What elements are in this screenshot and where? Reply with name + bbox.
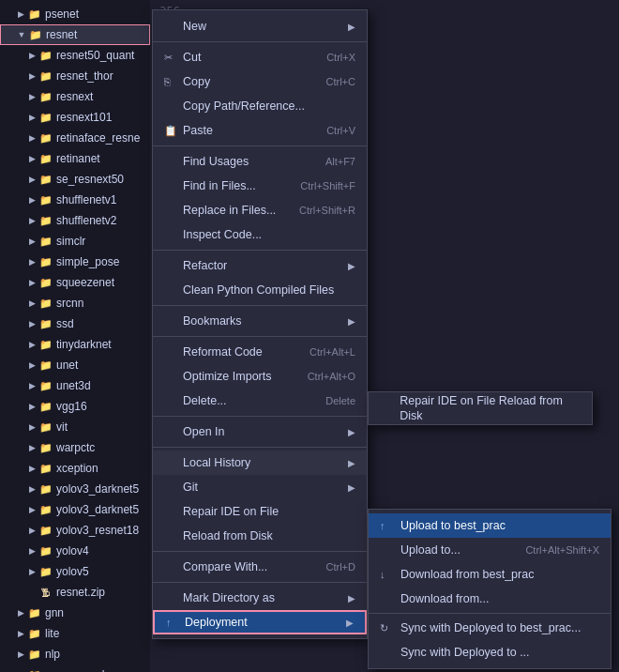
shortcut-label: Alt+F7 (325, 156, 355, 167)
menu-item-copy[interactable]: ⎘ Copy Ctrl+C (153, 69, 367, 94)
local-history-submenu: Repair IDE on File Reload from Disk (368, 391, 593, 425)
expand-arrow: ▶ (26, 194, 38, 206)
expand-arrow: ▶ (26, 153, 38, 164)
tree-item-yolo3dk5b[interactable]: ▶ 📁 yolov3_darknet5 (0, 499, 150, 520)
folder-icon: 📁 (39, 255, 53, 268)
expand-arrow: ▶ (26, 525, 38, 536)
tree-label: resnet (46, 28, 77, 41)
menu-label: Bookmarks (183, 314, 242, 328)
tree-item-recommend[interactable]: ▶ 📁 recommend (0, 664, 150, 672)
tree-item-ssd[interactable]: ▶ 📁 ssd (0, 313, 150, 334)
expand-arrow: ▶ (26, 318, 38, 329)
submenu-label: Sync with Deployed to ... (400, 646, 530, 659)
menu-item-local-history[interactable]: Local History ▶ (153, 451, 367, 475)
menu-label: Open In (183, 425, 224, 438)
menu-item-delete[interactable]: Delete... Delete (153, 389, 367, 413)
shortcut-label: Delete (325, 395, 355, 406)
menu-item-repair-ide[interactable]: Repair IDE on File (153, 499, 367, 524)
tree-item-shufflenetv2[interactable]: ▶ 📁 shufflenetv2 (0, 210, 150, 231)
tree-item-seresnext50[interactable]: ▶ 📁 se_resnext50 (0, 169, 150, 190)
copy-icon: ⎘ (164, 76, 179, 87)
download-best-icon: ↓ (380, 569, 397, 580)
menu-item-paste[interactable]: 📋 Paste Ctrl+V (153, 118, 367, 143)
tree-item-vit[interactable]: ▶ 📁 vit (0, 417, 150, 437)
tree-item-simplepose[interactable]: ▶ 📁 simple_pose (0, 252, 150, 272)
menu-item-reformat[interactable]: Reformat Code Ctrl+Alt+L (153, 340, 367, 364)
separator (153, 305, 367, 306)
tree-label: gnn (45, 606, 64, 619)
menu-label: Mark Directory as (183, 591, 275, 604)
tree-label: resnet.zip (56, 586, 105, 599)
menu-item-optimize-imports[interactable]: Optimize Imports Ctrl+Alt+O (153, 364, 367, 389)
menu-item-refactor[interactable]: Refactor ▶ (153, 253, 367, 278)
tree-item-shufflenetv1[interactable]: ▶ 📁 shufflenetv1 (0, 190, 150, 210)
folder-icon: 📁 (39, 462, 53, 475)
menu-item-find-usages[interactable]: Find Usages Alt+F7 (153, 149, 367, 174)
menu-item-bookmarks[interactable]: Bookmarks ▶ (153, 309, 367, 333)
tree-item-resnetzip[interactable]: ▶ 🗜 resnet.zip (0, 582, 150, 603)
tree-label: se_resnext50 (56, 173, 124, 186)
submenu-item-download-from[interactable]: Download from... (369, 587, 611, 611)
tree-item-unet[interactable]: ▶ 📁 unet (0, 355, 150, 375)
menu-label: Reload from Disk (183, 529, 273, 542)
expand-arrow: ▶ (26, 91, 38, 102)
expand-arrow: ▶ (26, 359, 38, 371)
tree-label: srcnn (56, 297, 83, 310)
shortcut-label: Ctrl+X (326, 52, 355, 63)
menu-item-compare-with[interactable]: Compare With... Ctrl+D (153, 555, 367, 579)
menu-item-mark-directory[interactable]: Mark Directory as ▶ (153, 586, 367, 610)
menu-item-deployment[interactable]: ↑ Deployment ▶ (153, 610, 367, 634)
expand-arrow: ▶ (26, 545, 38, 557)
tree-item-lite[interactable]: ▶ 📁 lite (0, 623, 150, 644)
submenu-arrow: ▶ (348, 316, 355, 327)
tree-label: recommend (45, 668, 104, 672)
menu-item-clean-python[interactable]: Clean Python Compiled Files (153, 278, 367, 302)
tree-item-resnext101[interactable]: ▶ 📁 resnext101 (0, 107, 150, 128)
tree-item-resnet50[interactable]: ▶ 📁 resnet50_quant (0, 45, 150, 66)
menu-item-replace-in-files[interactable]: Replace in Files... Ctrl+Shift+R (153, 198, 367, 222)
submenu-item-upload-to[interactable]: Upload to... Ctrl+Alt+Shift+X (369, 538, 611, 562)
tree-label: tinydarknet (56, 338, 112, 351)
tree-item-simclr[interactable]: ▶ 📁 simclr (0, 231, 150, 252)
tree-item-squeezenet[interactable]: ▶ 📁 squeezenet (0, 272, 150, 293)
tree-item-warpctc[interactable]: ▶ 📁 warpctc (0, 437, 150, 458)
tree-item-tinydarknet[interactable]: ▶ 📁 tinydarknet (0, 334, 150, 355)
menu-item-open-in[interactable]: Open In ▶ (153, 420, 367, 444)
folder-icon: 📁 (39, 565, 53, 578)
menu-item-reload-disk[interactable]: Reload from Disk (153, 524, 367, 548)
menu-item-copy-path[interactable]: Copy Path/Reference... (153, 94, 367, 118)
tree-item-srcnn[interactable]: ▶ 📁 srcnn (0, 293, 150, 313)
submenu-arrow: ▶ (348, 593, 355, 603)
submenu-item-repair-reload[interactable]: Repair IDE on File Reload from Disk (369, 396, 592, 420)
tree-item-unet3d[interactable]: ▶ 📁 unet3d (0, 375, 150, 396)
menu-label: Copy Path/Reference... (183, 99, 305, 113)
tree-item-yolo3dk5a[interactable]: ▶ 📁 yolov3_darknet5 (0, 479, 150, 499)
menu-item-inspect-code[interactable]: Inspect Code... (153, 222, 367, 247)
tree-item-resnetthor[interactable]: ▶ 📁 resnet_thor (0, 66, 150, 86)
folder-icon: 📁 (39, 482, 53, 496)
submenu-item-download-best[interactable]: ↓ Download from best_prac (369, 562, 611, 587)
menu-label: Replace in Files... (183, 204, 276, 217)
submenu-item-upload-best-prac[interactable]: ↑ Upload to best_prac (369, 513, 611, 538)
tree-item-vgg16[interactable]: ▶ 📁 vgg16 (0, 396, 150, 417)
tree-item-retinanet[interactable]: ▶ 📁 retinanet (0, 148, 150, 169)
menu-item-find-in-files[interactable]: Find in Files... Ctrl+Shift+F (153, 174, 367, 198)
tree-item-psenet[interactable]: ▶ 📁 psenet (0, 4, 150, 24)
menu-item-git[interactable]: Git ▶ (153, 475, 367, 499)
menu-item-new[interactable]: New ▶ (153, 14, 367, 38)
file-tree: ▶ 📁 psenet ▼ 📁 resnet ▶ 📁 resnet50_quant… (0, 0, 150, 672)
submenu-item-sync-deployed-best[interactable]: ↻ Sync with Deployed to best_prac... (369, 616, 611, 640)
tree-item-xception[interactable]: ▶ 📁 xception (0, 458, 150, 479)
tree-item-resnext[interactable]: ▶ 📁 resnext (0, 86, 150, 107)
tree-item-retinaface[interactable]: ▶ 📁 retinaface_resne (0, 128, 150, 148)
menu-item-cut[interactable]: ✂ Cut Ctrl+X (153, 45, 367, 69)
tree-item-nlp[interactable]: ▶ 📁 nlp (0, 644, 150, 664)
submenu-item-sync-deployed-to[interactable]: Sync with Deployed to ... (369, 640, 611, 664)
tree-item-yolov4[interactable]: ▶ 📁 yolov4 (0, 541, 150, 561)
tree-item-resnet[interactable]: ▼ 📁 resnet (0, 24, 150, 45)
tree-item-gnn[interactable]: ▶ 📁 gnn (0, 603, 150, 623)
menu-label: Delete... (183, 394, 227, 407)
folder-icon: 📁 (39, 111, 53, 124)
tree-item-yolov5[interactable]: ▶ 📁 yolov5 (0, 561, 150, 582)
tree-item-yolo3rn18[interactable]: ▶ 📁 yolov3_resnet18 (0, 520, 150, 541)
